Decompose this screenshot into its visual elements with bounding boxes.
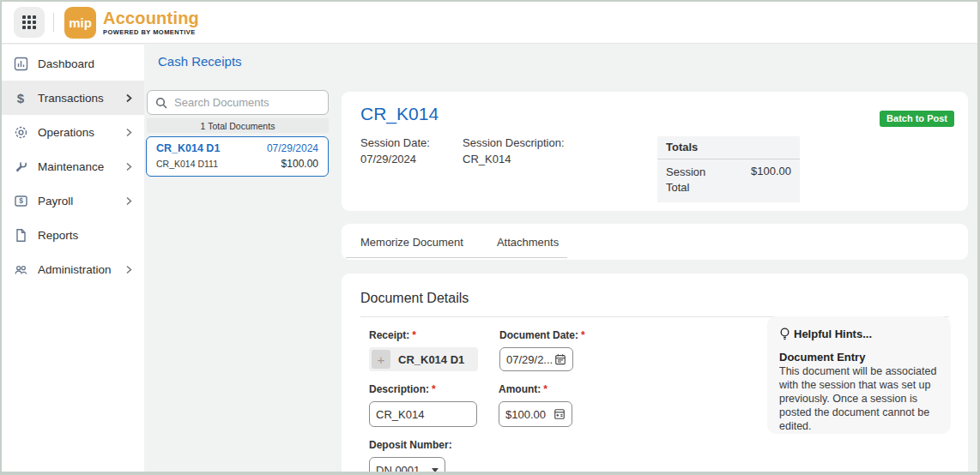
deposit-number-select[interactable]: DN 0001 [369,457,445,475]
lightbulb-icon [779,328,790,340]
grid-icon [22,15,36,29]
session-description-label: Session Description: [463,135,565,151]
sidebar-item-dashboard[interactable]: Dashboard [2,46,144,81]
hints-subtitle: Document Entry [779,351,939,364]
session-date-value: 07/29/2024 [360,151,442,167]
document-icon [13,228,28,243]
sidebar-item-label: Administration [38,263,112,276]
amount-field[interactable]: $100.00 [499,401,572,427]
sidebar-item-label: Dashboard [38,57,94,70]
tab-attachments[interactable]: Attachments [497,236,559,249]
session-header-card: CR_K014 Session Date: 07/29/2024 Session… [342,92,968,211]
document-id: CR_K014 D1 [156,142,220,154]
calculator-icon[interactable] [554,408,566,420]
document-description: CR_K014 D111 [156,159,218,169]
tab-underline [346,257,567,258]
receipt-label: Receipt:* [369,329,478,341]
logo-text: mip [69,15,92,30]
gear-icon [13,125,28,140]
session-total-value: $100.00 [751,165,791,195]
chevron-right-icon [124,93,133,103]
search-input[interactable] [174,96,325,109]
sidebar-item-label: Transactions [38,92,104,105]
amount-label: Amount:* [499,383,572,395]
amount-value: $100.00 [505,408,554,421]
total-documents-label: 1 Total Documents [201,121,275,131]
app-launcher-button[interactable] [14,7,45,38]
document-date-value: 07/29/2... [506,353,554,366]
totals-table: Totals Session Total $100.00 [657,136,800,202]
description-label: Description:* [369,383,477,395]
chevron-down-icon [432,468,439,472]
deposit-number-value: DN 0001 [376,464,428,475]
page-title: Cash Receipts [158,54,242,69]
document-date: 07/29/2024 [267,142,318,154]
status-badge: Batch to Post [880,111,954,127]
chevron-right-icon [124,265,133,274]
sidebar-item-label: Maintenance [38,160,104,173]
tab-memorize-document[interactable]: Memorize Document [360,236,463,249]
sidebar-item-administration[interactable]: Administration [2,252,144,286]
mip-logo: mip [64,7,96,39]
receipt-field: + CR_K014 D1 [369,347,478,371]
dollar-icon: $ [13,91,28,105]
sidebar-item-label: Payroll [38,195,73,207]
session-info: Session Date: 07/29/2024 Session Descrip… [360,135,565,167]
dashboard-icon [13,57,28,71]
hints-title: Helpful Hints... [794,328,872,340]
total-documents-bar: 1 Total Documents [147,118,329,133]
svg-text:$: $ [19,196,23,205]
search-documents-box [147,90,329,115]
sidebar-item-payroll[interactable]: $ Payroll [2,183,144,218]
plus-icon[interactable]: + [372,350,390,369]
search-icon [155,97,167,109]
app-window: mip Accounting POWERED BY MOMENTIVE Dash… [0,0,980,475]
sidebar-item-label: Reports [38,229,78,242]
document-details-card: Document Details Receipt:* + CR_K014 D1 [342,274,968,472]
session-title: CR_K014 [360,104,439,124]
sidebar-item-transactions[interactable]: $ Transactions [2,81,144,115]
document-list-item[interactable]: CR_K014 D1 07/29/2024 CR_K014 D111 $100.… [146,136,329,177]
helpful-hints-panel: Helpful Hints... Document Entry This doc… [767,316,951,434]
calendar-icon[interactable] [554,353,566,365]
chevron-right-icon [124,128,133,137]
description-field[interactable]: CR_K014 [369,401,477,427]
totals-header: Totals [657,136,800,159]
chevron-right-icon [124,196,133,206]
sidebar-item-operations[interactable]: Operations [2,115,144,149]
wrench-icon [13,159,28,174]
payroll-icon: $ [13,194,28,208]
session-description-value: CR_K014 [463,151,565,167]
top-bar: mip Accounting POWERED BY MOMENTIVE [2,2,977,44]
session-total-label: Session Total [666,165,719,195]
receipt-value: CR_K014 D1 [398,353,464,366]
app-name: Accounting [103,9,199,27]
session-date-label: Session Date: [360,135,442,151]
app-tagline: POWERED BY MOMENTIVE [103,28,199,36]
divider [53,13,54,32]
document-date-field[interactable]: 07/29/2... [499,347,573,371]
sidebar-item-label: Operations [38,126,94,139]
sidebar-item-reports[interactable]: Reports [2,218,144,252]
totals-row: Session Total $100.00 [657,159,800,202]
description-value: CR_K014 [376,408,470,421]
document-amount: $100.00 [281,158,318,170]
brand-block: Accounting POWERED BY MOMENTIVE [103,9,199,36]
sidebar: Dashboard $ Transactions Operations [2,45,144,472]
tabs-bar: Memorize Document Attachments [342,224,968,260]
sidebar-item-maintenance[interactable]: Maintenance [2,149,144,183]
deposit-number-label: Deposit Number: [369,439,452,451]
document-date-label: Document Date:* [499,329,585,341]
chevron-right-icon [124,162,133,171]
hints-body: This document will be associated with th… [779,364,939,433]
document-details-heading: Document Details [360,291,949,306]
people-icon [13,262,28,277]
main-content: Cash Receipts 1 Total Documents CR_K014 … [144,45,977,472]
